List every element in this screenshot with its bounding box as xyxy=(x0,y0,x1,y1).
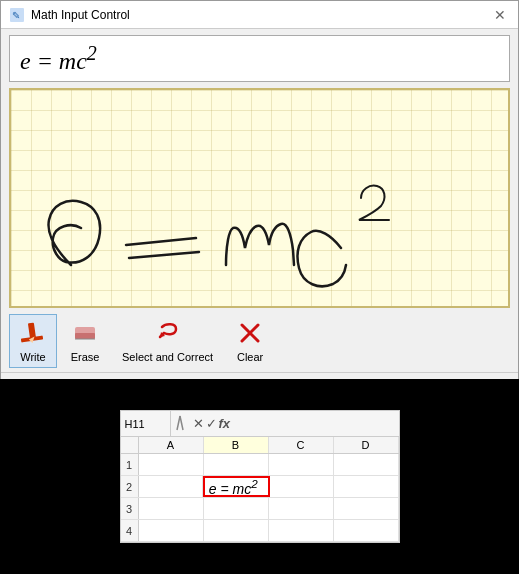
select-correct-tool-button[interactable]: Select and Correct xyxy=(113,314,222,368)
title-left: ✎ Math Input Control xyxy=(9,7,130,23)
cell-reference: H11 xyxy=(121,411,171,436)
select-correct-icon xyxy=(154,319,182,349)
excel-background: H11 ✕ ✓ fx A B C D 1 xyxy=(0,379,519,574)
handwriting-svg xyxy=(11,90,508,306)
cell-b2-active[interactable]: e = mc2 xyxy=(203,476,270,497)
svg-rect-8 xyxy=(75,333,95,339)
row-num-header-corner xyxy=(121,437,139,453)
erase-label: Erase xyxy=(71,351,100,363)
title-bar: ✎ Math Input Control ✕ xyxy=(1,1,518,29)
cell-c1[interactable] xyxy=(269,454,334,475)
window-title: Math Input Control xyxy=(31,8,130,22)
formula-text: e = mc2 xyxy=(20,42,97,75)
excel-window: H11 ✕ ✓ fx A B C D 1 xyxy=(120,410,400,543)
erase-tool-button[interactable]: Erase xyxy=(61,314,109,368)
cell-b3[interactable] xyxy=(204,498,269,519)
cell-a2[interactable] xyxy=(139,476,203,497)
cell-d4[interactable] xyxy=(334,520,399,541)
svg-line-13 xyxy=(180,416,183,430)
row-num-2: 2 xyxy=(121,476,139,497)
column-headers: A B C D xyxy=(121,437,399,454)
row-num-3: 3 xyxy=(121,498,139,519)
cell-a3[interactable] xyxy=(139,498,204,519)
cell-d3[interactable] xyxy=(334,498,399,519)
col-header-c: C xyxy=(269,437,334,453)
svg-line-3 xyxy=(129,252,199,258)
cell-a1[interactable] xyxy=(139,454,204,475)
svg-rect-5 xyxy=(28,323,36,340)
fx-icon[interactable]: fx xyxy=(219,416,231,431)
cell-b1[interactable] xyxy=(204,454,269,475)
table-row: 4 xyxy=(121,520,399,542)
formula-bar-icons: ✕ ✓ fx xyxy=(189,416,235,431)
row-num-4: 4 xyxy=(121,520,139,541)
excel-formula-bar: H11 ✕ ✓ fx xyxy=(121,411,399,437)
table-row: 3 xyxy=(121,498,399,520)
col-header-b: B xyxy=(204,437,269,453)
cell-c3[interactable] xyxy=(269,498,334,519)
table-row: 2 e = mc2 xyxy=(121,476,399,498)
cell-b2-content: e = mc2 xyxy=(209,477,258,497)
select-correct-label: Select and Correct xyxy=(122,351,213,363)
cell-b4[interactable] xyxy=(204,520,269,541)
svg-text:✎: ✎ xyxy=(12,10,20,21)
table-row: 1 xyxy=(121,454,399,476)
erase-icon xyxy=(71,319,99,349)
math-input-dialog: ✎ Math Input Control ✕ e = mc2 xyxy=(0,0,519,411)
formula-display: e = mc2 xyxy=(9,35,510,82)
write-tool-button[interactable]: Write xyxy=(9,314,57,368)
svg-line-2 xyxy=(126,238,196,245)
cell-c4[interactable] xyxy=(269,520,334,541)
cell-a4[interactable] xyxy=(139,520,204,541)
cell-d2[interactable] xyxy=(334,476,398,497)
handwriting-canvas[interactable] xyxy=(9,88,510,308)
cell-d1[interactable] xyxy=(334,454,399,475)
close-button[interactable]: ✕ xyxy=(490,5,510,25)
write-label: Write xyxy=(20,351,45,363)
svg-line-12 xyxy=(177,416,180,430)
app-icon: ✎ xyxy=(9,7,25,23)
toolbar: Write Erase Select and Correct xyxy=(1,308,518,372)
col-header-a: A xyxy=(139,437,204,453)
cell-c2[interactable] xyxy=(270,476,334,497)
clear-label: Clear xyxy=(237,351,263,363)
confirm-formula-icon[interactable]: ✓ xyxy=(206,416,217,431)
cancel-formula-icon[interactable]: ✕ xyxy=(193,416,204,431)
write-icon xyxy=(19,319,47,349)
clear-tool-button[interactable]: Clear xyxy=(226,314,274,368)
col-header-d: D xyxy=(334,437,399,453)
row-num-1: 1 xyxy=(121,454,139,475)
formula-separator xyxy=(171,414,189,434)
clear-icon xyxy=(236,319,264,349)
